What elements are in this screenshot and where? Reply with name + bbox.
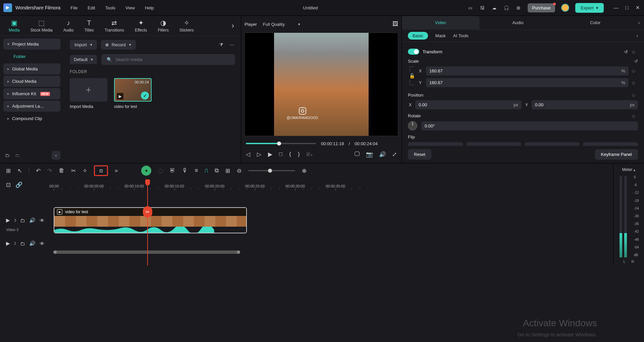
menu-help[interactable]: Help (145, 5, 154, 10)
track-mute-icon[interactable]: 🔊 (29, 217, 36, 223)
keyframe-icon[interactable]: ◇ (632, 49, 638, 54)
track-mute-icon[interactable]: 🔊 (29, 240, 36, 246)
pos-x-field[interactable]: 0.00px (415, 100, 522, 109)
tab-filters[interactable]: ◑Filters (156, 17, 171, 34)
layout-icon[interactable]: ▭ (467, 5, 473, 11)
reset-button[interactable]: Reset (408, 149, 431, 160)
folder-icon[interactable]: 🗀 (14, 152, 20, 158)
marker-icon[interactable]: ⛨ (170, 167, 175, 174)
tabs-more-button[interactable]: › (232, 21, 234, 30)
inspector-tab-color[interactable]: Color (556, 16, 634, 29)
import-dropdown[interactable]: Import▾ (70, 40, 97, 50)
sort-dropdown[interactable]: Default▾ (70, 55, 97, 64)
link-icon[interactable]: 🔗 (15, 181, 22, 188)
subtab-basic[interactable]: Basic (408, 32, 428, 40)
scale-x-field[interactable]: 160.67% (426, 66, 629, 75)
track-lock-icon[interactable]: ▶ (6, 240, 10, 246)
preview-canvas[interactable]: @UMAIRWADOOD (245, 33, 398, 136)
tab-titles[interactable]: TTitles (82, 18, 96, 34)
headphones-icon[interactable]: 🎧 (503, 5, 509, 11)
menu-tools[interactable]: Tools (105, 5, 115, 10)
sidebar-item-compound-clip[interactable]: ▸Compound Clip (3, 113, 60, 124)
more-icon[interactable]: ⋯ (229, 42, 235, 48)
speed-icon[interactable]: ◌ (158, 167, 163, 174)
split-icon[interactable]: ✂ (71, 167, 76, 174)
plus-box-icon[interactable]: ⊞ (225, 167, 230, 174)
mark-out-button[interactable]: } (298, 151, 300, 158)
purchase-button[interactable]: Purchase (528, 3, 555, 12)
scale-y-field[interactable]: 160.67% (426, 78, 629, 87)
record-dropdown[interactable]: Record▾ (101, 40, 136, 50)
undo-icon[interactable]: ↶ (36, 167, 41, 174)
meter-label[interactable]: Meter▴ (622, 167, 636, 172)
camera-icon[interactable]: 📷 (366, 151, 373, 158)
timeline-scrollbar[interactable] (54, 250, 559, 255)
tab-audio[interactable]: ♪Audio (61, 18, 76, 34)
sidebar-item-folder[interactable]: Folder (3, 51, 60, 62)
tab-effects[interactable]: ✦Effects (133, 17, 149, 34)
rotate-cw-button[interactable]: ⟳ (525, 142, 580, 146)
voiceover-icon[interactable]: 🎙 (182, 167, 188, 174)
reset-icon[interactable]: ↺ (634, 59, 638, 64)
close-button[interactable]: ✕ (635, 5, 641, 11)
keyframe-icon[interactable]: ◇ (632, 80, 638, 85)
seek-slider[interactable] (246, 143, 316, 144)
subtabs-more[interactable]: › (637, 33, 638, 38)
menu-view[interactable]: View (125, 5, 135, 10)
collapse-sidebar-button[interactable]: ‹ (52, 151, 60, 160)
track-visible-icon[interactable]: 👁 (40, 241, 45, 246)
list-icon[interactable]: ≡ (195, 167, 198, 174)
playhead[interactable]: ✂ (147, 179, 148, 266)
subtab-mask[interactable]: Mask (435, 33, 446, 38)
search-field[interactable] (115, 57, 230, 62)
sidebar-item-project-media[interactable]: ▾Project Media (3, 39, 60, 50)
auto-reframe-icon[interactable]: ⊡ (6, 181, 11, 188)
delete-icon[interactable]: 🗑 (59, 167, 64, 174)
import-media-tile[interactable]: + Import Media (70, 78, 107, 109)
mixer-icon[interactable]: ⎍ (205, 167, 208, 174)
fullscreen-icon[interactable]: ⤢ (392, 151, 397, 158)
maximize-button[interactable]: □ (624, 5, 630, 11)
flip-horizontal-button[interactable]: ◢◣ (408, 142, 463, 146)
lock-icon[interactable]: 🔓 (409, 73, 415, 78)
scissors-icon[interactable]: ✂ (143, 206, 152, 218)
sidebar-item-influence-kit[interactable]: ▸Influence KitNEW (3, 88, 60, 99)
flip-vertical-button[interactable]: ▷ (466, 142, 521, 146)
sidebar-item-global-media[interactable]: ▸Global Media (3, 63, 60, 74)
mark-in-button[interactable]: { (289, 151, 291, 158)
reset-icon[interactable]: ↺ (624, 49, 628, 54)
minimize-button[interactable]: — (613, 5, 619, 11)
render-icon[interactable]: ⧉ (215, 167, 219, 174)
more-tools-icon[interactable]: » (115, 167, 118, 174)
keyframe-icon[interactable]: ◇ (632, 68, 638, 73)
filter-icon[interactable]: ⧩ (218, 42, 224, 48)
menu-edit[interactable]: Edit (88, 5, 95, 10)
stop-button[interactable]: □ (279, 151, 282, 158)
ai-button[interactable]: ✦ (141, 166, 151, 176)
sidebar-item-adjustment-layer[interactable]: ▸Adjustment La... (3, 101, 60, 112)
save-icon[interactable]: 🖫 (479, 5, 485, 11)
time-ruler[interactable]: :00:0000:00:05:0000:00:10:0000:00:15:000… (54, 178, 613, 188)
menu-file[interactable]: File (70, 5, 77, 10)
zoom-in-icon[interactable]: ⊕ (302, 167, 307, 174)
search-input[interactable]: 🔍 (102, 54, 235, 65)
redo-icon[interactable]: ↷ (47, 167, 52, 174)
timeline-settings-icon[interactable]: ⊞ (6, 167, 11, 174)
cloud-icon[interactable]: ☁ (491, 5, 497, 11)
tab-stock-media[interactable]: ⬚Stock Media (29, 17, 55, 34)
rotate-dial[interactable] (408, 121, 417, 130)
rotate-ccw-button[interactable]: ⟲ (583, 142, 638, 146)
apps-icon[interactable]: ⊞ (516, 5, 522, 11)
cursor-tool-icon[interactable]: ↖ (17, 167, 22, 174)
tab-media[interactable]: ▣Media (7, 17, 22, 34)
prev-frame-button[interactable]: ◁ (246, 151, 250, 158)
keyframe-icon[interactable]: ◇ (632, 93, 638, 98)
track-folder-icon[interactable]: 🗀 (20, 241, 25, 246)
rotate-field[interactable]: 0.00° (421, 121, 638, 130)
new-folder-icon[interactable]: 🗀 (4, 152, 10, 158)
tab-stickers[interactable]: ✧Stickers (177, 17, 196, 34)
track-folder-icon[interactable]: 🗀 (20, 218, 25, 223)
media-clip-tile[interactable]: 00:00:24 ▶ ✓ video for test (114, 78, 152, 109)
keyframe-panel-button[interactable]: Keyframe Panel (595, 149, 638, 160)
sidebar-item-cloud-media[interactable]: ▸Cloud Media (3, 76, 60, 87)
